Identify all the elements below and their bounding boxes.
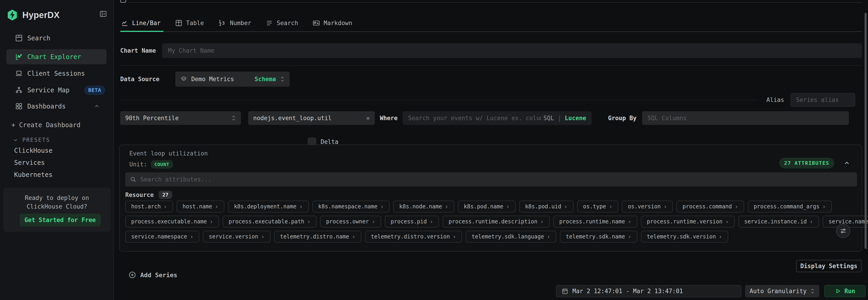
attribute-chip[interactable]: telemetry.sdk.version [641, 231, 728, 243]
time-range-picker[interactable]: Mar 2 12:47:01 - Mar 2 13:47:01 [556, 285, 741, 297]
add-series-button[interactable]: Add Series [128, 269, 177, 281]
attribute-chip-row: service.namespaceservice.versiontelemetr… [125, 231, 868, 243]
tab-label: Table [186, 20, 204, 26]
attribute-chip[interactable]: process.owner [320, 216, 381, 227]
remove-metric-icon[interactable]: ✕ [366, 115, 370, 121]
attribute-chip[interactable]: os.version [622, 200, 673, 213]
laptop-icon [15, 70, 23, 77]
attributes-count-badge: 27 ATTRIBUTES [779, 158, 834, 168]
sidebar-item-service-map[interactable]: Service Map BETA [0, 83, 114, 98]
run-button[interactable]: Run [824, 285, 866, 297]
attribute-chip[interactable]: k8s.deployment.name [228, 200, 309, 213]
sidebar-item-dashboards[interactable]: Dashboards [0, 99, 114, 114]
attribute-chip[interactable]: host.name [177, 200, 224, 213]
attribute-chip-label: process.pid [391, 218, 427, 225]
attribute-chip[interactable]: telemetry.sdk.name [560, 231, 637, 243]
create-dashboard-button[interactable]: + Create Dashboard [11, 117, 81, 132]
tab-search[interactable]: Search [265, 15, 299, 31]
run-label: Run [844, 288, 855, 295]
attribute-chip[interactable]: host.arch [125, 200, 173, 213]
attribute-chip[interactable]: service.namespace [125, 231, 199, 243]
tab-table[interactable]: Table [174, 15, 205, 31]
markdown-icon [313, 19, 320, 27]
attribute-chip[interactable]: telemetry.distro.name [274, 231, 361, 243]
display-settings-button[interactable]: Display Settings [796, 260, 862, 272]
chart-name-input[interactable] [168, 47, 856, 54]
scrollbar[interactable] [865, 13, 867, 249]
tab-line-bar[interactable]: Line/Bar [120, 15, 161, 31]
aggregation-select[interactable]: 90th Percentile [120, 111, 241, 125]
cloud-card-text: Ready to deploy on ClickHouse Cloud? [11, 188, 102, 211]
data-source-row: Data Source Demo Metrics Schema [120, 72, 290, 87]
attribute-chip-row: process.executable.nameprocess.executabl… [125, 216, 868, 227]
sql-option[interactable]: SQL [543, 115, 554, 121]
attribute-chip[interactable]: service.instance.id [738, 216, 819, 227]
schema-link[interactable]: Schema [255, 76, 276, 83]
app-logo[interactable]: HyperDX [7, 9, 60, 21]
view-tabs: Line/Bar Table 123 Number Search Markdow… [120, 15, 862, 32]
sidebar-item-search[interactable]: Search [0, 31, 114, 46]
sidebar-item-chart-explorer[interactable]: Chart Explorer [6, 49, 106, 64]
attribute-chip-label: process.executable.name [131, 218, 207, 225]
query-language-toggle[interactable]: SQL | Lucene [543, 115, 586, 121]
alias-row: Alias [120, 93, 855, 107]
attribute-chip[interactable]: process.executable.name [125, 216, 219, 227]
group-by-input[interactable] [648, 115, 843, 121]
preset-clickhouse[interactable]: ClickHouse [14, 144, 53, 156]
alias-input[interactable] [796, 97, 850, 103]
presets-header[interactable]: PRESETS [13, 134, 50, 146]
attribute-rows: host.archhost.namek8s.deployment.namek8s… [125, 200, 868, 243]
metric-chip[interactable]: nodejs.event_loop.util ✕ [248, 111, 375, 125]
get-started-button[interactable]: Get Started for Free [20, 214, 101, 226]
attribute-chip-label: k8s.deployment.name [234, 203, 297, 210]
preset-kubernetes[interactable]: Kubernetes [14, 169, 53, 181]
collapse-attributes-icon[interactable] [843, 160, 850, 166]
resource-group-header: Resource 27 [125, 191, 172, 199]
attribute-chip[interactable]: telemetry.distro.version [365, 231, 462, 243]
tab-number[interactable]: 123 Number [218, 15, 252, 31]
attribute-chip[interactable]: k8s.namespace.name [312, 200, 390, 213]
select-chevrons-icon [810, 288, 815, 295]
chart-name-field [162, 43, 862, 58]
attribute-chip[interactable]: k8s.node.name [393, 200, 454, 213]
chart-explorer-page: HyperDX Search Chart Explorer [0, 0, 868, 300]
sidebar-item-client-sessions[interactable]: Client Sessions [0, 66, 114, 81]
data-source-select[interactable]: Demo Metrics Schema [175, 72, 290, 87]
where-search-input[interactable] [408, 115, 541, 121]
tab-markdown[interactable]: Markdown [312, 15, 353, 31]
attribute-chip[interactable]: telemetry.sdk.language [466, 231, 556, 243]
attribute-chip[interactable]: process.command_args [748, 200, 832, 213]
clickhouse-cloud-card: Ready to deploy on ClickHouse Cloud? Get… [3, 188, 111, 232]
attribute-chip[interactable]: k8s.pod.uid [519, 200, 574, 213]
attribute-chip[interactable]: os.type [577, 200, 618, 213]
time-range-value: Mar 2 12:47:01 - Mar 2 13:47:01 [572, 288, 683, 295]
group-by-label: Group By [608, 115, 637, 121]
metric-attributes-panel: Event loop utilization Unit: COUNT 27 AT… [119, 144, 862, 252]
granularity-select[interactable]: Auto Granularity [745, 285, 819, 297]
sliders-icon [839, 227, 847, 235]
attribute-chip[interactable]: k8s.pod.name [458, 200, 516, 213]
section-divider [120, 65, 862, 66]
attribute-chip-label: process.owner [326, 218, 369, 225]
granularity-value: Auto Granularity [750, 288, 807, 295]
data-source-value: Demo Metrics [191, 76, 234, 83]
list-icon [266, 19, 273, 27]
sidebar-item-label: Client Sessions [27, 70, 85, 77]
attribute-chip-label: os.type [583, 203, 606, 210]
attribute-chip-label: k8s.namespace.name [318, 203, 377, 210]
display-settings-label: Display Settings [800, 263, 857, 269]
preset-services[interactable]: Services [14, 157, 45, 168]
sidebar-collapse-button[interactable] [99, 10, 107, 18]
lucene-option[interactable]: Lucene [565, 115, 586, 121]
attribute-chip[interactable]: process.executable.path [223, 216, 316, 227]
attribute-search-input[interactable] [140, 176, 852, 183]
sidebar-item-label: Dashboards [27, 103, 66, 110]
delta-label: Delta [320, 138, 338, 145]
attribute-chip[interactable]: process.runtime.name [553, 216, 637, 227]
attribute-chip[interactable]: process.command [677, 200, 744, 213]
attribute-chip[interactable]: service.version [203, 231, 270, 243]
floating-action-button[interactable] [836, 224, 850, 238]
attribute-chip[interactable]: process.runtime.description [443, 216, 550, 227]
attribute-chip[interactable]: process.runtime.version [641, 216, 735, 227]
attribute-chip[interactable]: process.pid [385, 216, 439, 227]
